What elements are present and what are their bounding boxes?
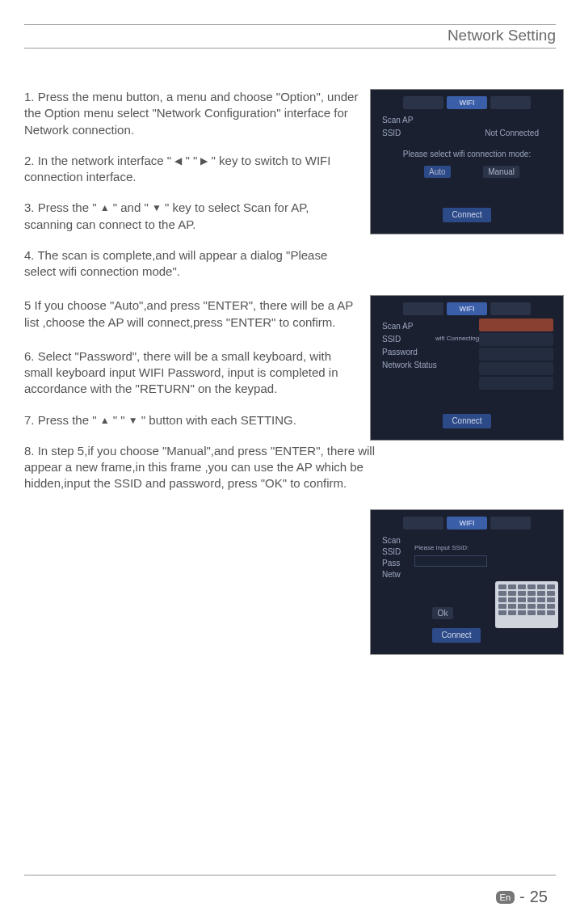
key	[498, 610, 506, 615]
step-2: 2. In the network interface " ◀ " " ▶ " …	[24, 153, 359, 186]
ap-list	[479, 319, 553, 391]
arrow-right-icon: ▶	[200, 154, 208, 167]
screenshot-1: WIFI Scan AP SSID Not Connected Please s…	[370, 89, 564, 234]
network-status-label: Network Status	[382, 361, 437, 369]
prompt-input-ssid: Please input SSID:	[414, 544, 469, 551]
scan-label: Scan	[382, 536, 401, 545]
tab-wifi: WIFI	[447, 302, 487, 315]
password-label: Password	[382, 348, 418, 357]
ap-row	[479, 362, 553, 375]
key	[547, 597, 555, 602]
tab-wifi: WIFI	[447, 517, 487, 530]
key	[518, 597, 526, 602]
arrow-down-icon: ▼	[152, 201, 162, 214]
key	[518, 584, 526, 589]
step-1: 1. Press the menu button, a menu and cho…	[24, 89, 359, 138]
connect-button: Connect	[432, 628, 481, 643]
tab-row: WIFI	[403, 96, 531, 109]
key	[537, 604, 545, 609]
page-number: 25	[530, 888, 548, 906]
ok-button: Ok	[432, 607, 453, 619]
key	[498, 584, 506, 589]
key	[547, 591, 555, 596]
scan-ap-label: Scan AP	[382, 116, 413, 124]
page-header: Network Setting	[24, 25, 556, 49]
step-6: 6. Select "Password", there will be a sm…	[24, 348, 359, 398]
tab-row: WIFI	[403, 517, 531, 530]
footer-sep: -	[519, 888, 525, 906]
page-title: Network Setting	[448, 27, 556, 44]
tab	[403, 517, 443, 530]
key	[518, 610, 526, 615]
ap-row	[479, 333, 553, 346]
key	[537, 610, 545, 615]
step-3: 3. Press the " ▲ " and " ▼ " key to sele…	[24, 200, 359, 233]
key	[508, 591, 516, 596]
step-4: 4. The scan is complete,and will appear …	[24, 247, 359, 281]
not-connected-label: Not Connected	[485, 129, 539, 137]
tab-wifi: WIFI	[447, 96, 487, 109]
ssid-input	[414, 555, 487, 567]
key	[498, 597, 506, 602]
key	[508, 597, 516, 602]
tab-row: WIFI	[403, 302, 531, 315]
arrow-down-icon: ▼	[128, 414, 138, 427]
ap-row	[479, 377, 553, 390]
key	[527, 597, 536, 602]
lang-badge: En	[496, 891, 515, 904]
tab	[403, 302, 443, 315]
connect-button: Connect	[443, 414, 491, 428]
ssid-label: SSID	[382, 335, 401, 344]
key	[518, 591, 526, 596]
prompt-text: Please select wifi connection mode:	[403, 150, 531, 158]
key	[547, 610, 555, 615]
step-5: 5 If you choose "Auto",and press "ENTER"…	[24, 297, 359, 331]
manual-button: Manual	[483, 166, 519, 178]
screenshot-2: WIFI Scan AP SSID Password Network Statu…	[370, 295, 564, 441]
key	[537, 584, 545, 589]
key	[527, 584, 536, 589]
key	[508, 604, 516, 609]
wifi-connecting-label: wifi Connecting	[435, 335, 479, 342]
key	[527, 610, 536, 615]
ssid-label: SSID	[382, 547, 401, 556]
ap-row	[479, 348, 553, 361]
pass-label: Pass	[382, 559, 400, 567]
key	[498, 591, 506, 596]
key	[527, 591, 536, 596]
tab	[403, 96, 443, 109]
key	[527, 604, 536, 609]
tab	[490, 517, 531, 530]
tab	[490, 302, 531, 315]
auto-button: Auto	[424, 166, 451, 178]
ssid-label: SSID	[382, 129, 401, 137]
step-8: 8. In step 5,if you choose "Manual",and …	[24, 443, 376, 492]
key	[537, 591, 545, 596]
key	[547, 604, 555, 609]
key	[537, 597, 545, 602]
ap-row	[479, 319, 553, 331]
key	[508, 584, 516, 589]
connect-button: Connect	[443, 208, 491, 222]
netw-label: Netw	[382, 570, 401, 579]
arrow-up-icon: ▲	[100, 414, 110, 427]
arrow-left-icon: ◀	[174, 154, 182, 167]
tab	[490, 96, 531, 109]
step-7: 7. Press the " ▲ " " ▼ " button with eac…	[24, 412, 359, 428]
key	[508, 610, 516, 615]
scan-ap-label: Scan AP	[382, 322, 413, 331]
key	[498, 604, 506, 609]
arrow-up-icon: ▲	[100, 201, 110, 214]
key	[518, 604, 526, 609]
key	[547, 584, 555, 589]
keyboard-panel	[495, 581, 558, 628]
screenshot-3: WIFI Scan SSID Pass Netw Please input SS…	[370, 509, 564, 655]
page-footer: En - 25	[496, 888, 548, 906]
